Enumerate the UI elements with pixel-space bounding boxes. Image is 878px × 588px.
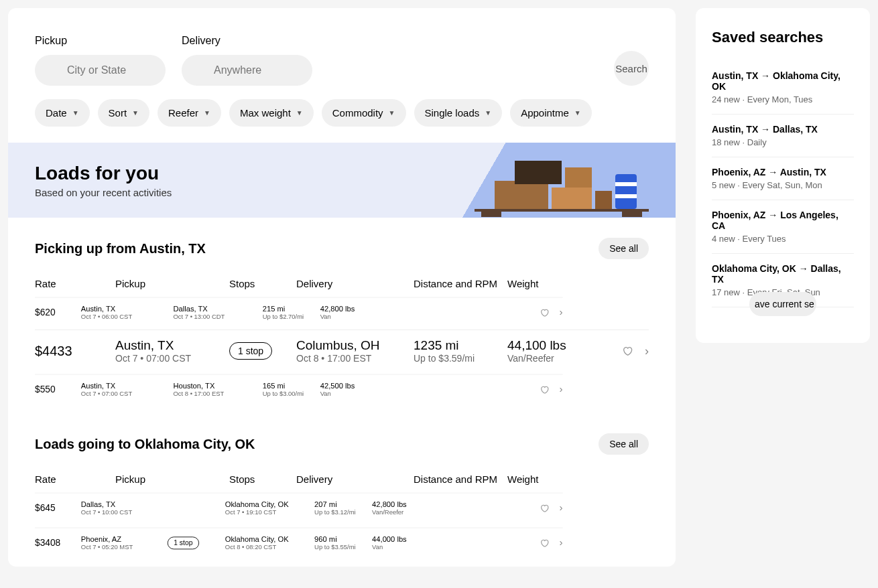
table-header: Rate Pickup Stops Delivery Distance and … xyxy=(35,468,649,490)
pickup-label: Pickup xyxy=(35,35,166,47)
filter-commodity[interactable]: Commodity▼ xyxy=(322,99,406,127)
section1-title: Picking up from Austin, TX xyxy=(35,241,206,256)
weight: 42,800 lbs xyxy=(372,500,430,509)
svg-rect-7 xyxy=(495,181,548,209)
filter-appointme[interactable]: Appointme▼ xyxy=(510,99,592,127)
filter-date[interactable]: Date▼ xyxy=(35,99,90,127)
load-row[interactable]: $645 Dallas, TXOct 7 • 10:00 CST Oklahom… xyxy=(35,493,563,523)
filter-single-loads[interactable]: Single loads▼ xyxy=(414,99,503,127)
pickup-city: Dallas, TX xyxy=(81,500,168,509)
load-row[interactable]: $4433 Austin, TXOct 7 • 07:00 CST 1 stop… xyxy=(35,329,649,372)
pickup-time: Oct 7 • 06:00 CST xyxy=(81,313,174,320)
delivery-city: Columbus, OH xyxy=(296,338,414,353)
delivery-city: Oklahoma City, OK xyxy=(225,535,314,544)
weight: 42,500 lbs xyxy=(320,382,378,390)
pickup-input[interactable] xyxy=(35,55,166,86)
delivery-time: Oct 8 • 17:00 EST xyxy=(173,390,262,397)
equipment: Van xyxy=(320,390,378,397)
equipment: Van/Reefer xyxy=(372,509,430,516)
saved-search-item[interactable]: Austin, TX → Dallas, TX18 new · Daily xyxy=(712,115,854,157)
delivery-time: Oct 7 • 13:00 CDT xyxy=(173,313,262,320)
distance: 165 mi xyxy=(263,382,320,390)
load-row[interactable]: $620 Austin, TXOct 7 • 06:00 CST Dallas,… xyxy=(35,297,563,327)
chevron-down-icon: ▼ xyxy=(72,109,79,117)
chevron-down-icon: ▼ xyxy=(485,109,491,117)
chevron-right-icon[interactable]: › xyxy=(560,536,563,548)
pickup-city: Austin, TX xyxy=(81,305,174,313)
search-button[interactable]: Search xyxy=(614,51,649,86)
rate: $4433 xyxy=(35,344,115,359)
delivery-label: Delivery xyxy=(182,35,312,47)
heart-icon[interactable] xyxy=(540,385,549,394)
svg-rect-10 xyxy=(565,167,592,188)
col-pickup: Pickup xyxy=(115,278,229,289)
chevron-right-icon[interactable]: › xyxy=(560,306,563,318)
rate: $550 xyxy=(35,384,81,394)
table-header: Rate Pickup Stops Delivery Distance and … xyxy=(35,273,649,295)
save-current-search-button[interactable]: ave current se xyxy=(749,292,816,316)
col-delivery: Delivery xyxy=(296,473,414,485)
rpm: Up to $3.59/mi xyxy=(414,353,507,364)
filter-row: Date▼Sort▼Reefer▼Max weight▼Commodity▼Si… xyxy=(8,99,676,143)
load-row[interactable]: $550 Austin, TXOct 7 • 07:00 CST Houston… xyxy=(35,374,563,405)
equipment: Van/Reefer xyxy=(507,353,588,364)
saved-search-item[interactable]: Phoenix, AZ → Los Angeles, CA4 new · Eve… xyxy=(712,200,854,254)
delivery-city: Dallas, TX xyxy=(173,305,262,313)
stops-cell: 1 stop xyxy=(229,342,296,360)
see-all-button[interactable]: See all xyxy=(599,433,649,455)
col-weight: Weight xyxy=(507,473,588,485)
heart-icon[interactable] xyxy=(622,346,633,356)
saved-meta: 24 new · Every Mon, Tues xyxy=(712,94,854,104)
col-weight: Weight xyxy=(507,278,588,289)
delivery-time: Oct 8 • 17:00 EST xyxy=(296,353,414,364)
rpm: Up to $3.00/mi xyxy=(263,390,320,397)
heart-icon[interactable] xyxy=(540,308,549,317)
saved-meta: 5 new · Every Sat, Sun, Mon xyxy=(712,180,854,190)
equipment: Van xyxy=(372,544,430,550)
hero-banner: Loads for you Based on your recent activ… xyxy=(8,143,676,218)
chevron-right-icon[interactable]: › xyxy=(560,383,563,395)
stops-cell: 1 stop xyxy=(168,536,225,549)
load-row[interactable]: $3408 Phoenix, AZOct 7 • 05:20 MST 1 sto… xyxy=(35,528,563,558)
saved-search-item[interactable]: Austin, TX → Oklahoma City, OK24 new · E… xyxy=(712,61,854,115)
svg-rect-5 xyxy=(481,212,501,217)
pickup-time: Oct 7 • 05:20 MST xyxy=(81,544,168,550)
filter-reefer[interactable]: Reefer▼ xyxy=(158,99,221,127)
chevron-down-icon: ▼ xyxy=(204,109,210,117)
saved-route: Austin, TX → Dallas, TX xyxy=(712,124,854,135)
saved-search-item[interactable]: Phoenix, AZ → Austin, TX5 new · Every Sa… xyxy=(712,157,854,200)
main-panel: Pickup Delivery Search Date▼Sort▼Reefer▼… xyxy=(8,8,676,567)
pickup-city: Austin, TX xyxy=(81,382,174,390)
chevron-down-icon: ▼ xyxy=(296,109,303,117)
delivery-city: Houston, TX xyxy=(173,382,262,390)
distance: 1235 mi xyxy=(414,338,507,353)
saved-meta: 18 new · Daily xyxy=(712,137,854,147)
col-stops: Stops xyxy=(229,278,296,289)
saved-route: Austin, TX → Oklahoma City, OK xyxy=(712,70,854,92)
delivery-city: Oklahoma City, OK xyxy=(225,500,314,509)
filter-sort[interactable]: Sort▼ xyxy=(98,99,149,127)
svg-rect-11 xyxy=(595,191,612,209)
chevron-down-icon: ▼ xyxy=(132,109,139,117)
see-all-button[interactable]: See all xyxy=(599,238,649,259)
sidebar-saved-searches: Saved searches Austin, TX → Oklahoma Cit… xyxy=(696,8,870,343)
chevron-right-icon[interactable]: › xyxy=(560,502,563,514)
rate: $620 xyxy=(35,307,81,317)
delivery-input[interactable] xyxy=(182,55,312,86)
filter-max-weight[interactable]: Max weight▼ xyxy=(229,99,314,127)
svg-rect-9 xyxy=(515,161,562,184)
chevron-right-icon[interactable]: › xyxy=(645,344,649,358)
pickup-time: Oct 7 • 07:00 CST xyxy=(115,353,229,364)
col-distance: Distance and RPM xyxy=(414,473,507,485)
heart-icon[interactable] xyxy=(540,538,549,548)
svg-rect-13 xyxy=(615,182,637,186)
saved-route: Oklahoma City, OK → Dallas, TX xyxy=(712,263,854,285)
pickup-time: Oct 7 • 10:00 CST xyxy=(81,509,168,516)
col-delivery: Delivery xyxy=(296,278,414,289)
pickup-time: Oct 7 • 07:00 CST xyxy=(81,390,174,397)
saved-meta: 4 new · Every Tues xyxy=(712,234,854,244)
heart-icon[interactable] xyxy=(540,504,549,513)
delivery-time: Oct 8 • 08:20 CST xyxy=(225,544,314,550)
svg-rect-12 xyxy=(615,174,637,209)
rpm: Up to $3.55/mi xyxy=(314,544,372,550)
